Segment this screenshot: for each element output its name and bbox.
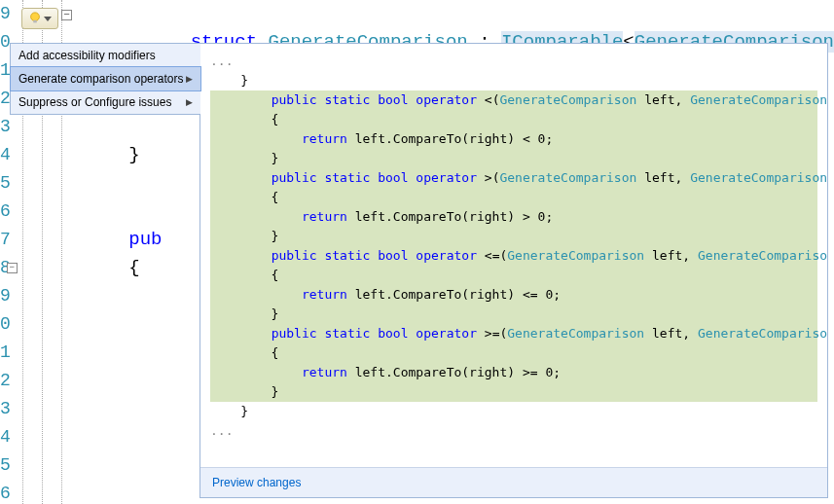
quick-action-item[interactable]: Add accessibility modifiers [11, 44, 200, 67]
line-number: 9 [0, 0, 11, 28]
quick-action-label: Add accessibility modifiers [18, 49, 156, 62]
line-number: 0 [0, 310, 11, 339]
line-number: 5 [0, 169, 11, 198]
preview-line: } [210, 402, 817, 421]
preview-line: public static bool operator >(GenerateCo… [210, 168, 817, 188]
fold-toggle-icon[interactable]: − [61, 10, 72, 20]
quick-action-label: Generate comparison operators [18, 72, 183, 86]
preview-line: public static bool operator <=(GenerateC… [210, 246, 817, 266]
chevron-down-icon [44, 17, 52, 21]
code-line: struct GenerateComparison : IComparable<… [41, 0, 834, 28]
preview-line: return left.CompareTo(right) > 0; [210, 207, 817, 227]
line-number: 9 [0, 282, 11, 310]
line-number: 4 [0, 141, 11, 169]
preview-line: { [210, 110, 817, 129]
line-number: 1 [0, 339, 11, 367]
line-number: 6 [0, 480, 11, 504]
quick-actions-button[interactable] [21, 8, 58, 29]
preview-line: { [210, 188, 817, 207]
preview-line: ... [210, 52, 817, 71]
line-number: 3 [0, 113, 11, 141]
preview-line: public static bool operator >=(GenerateC… [210, 324, 817, 343]
preview-line: } [210, 305, 817, 324]
line-number: 3 [0, 395, 11, 423]
preview-line: { [210, 266, 817, 285]
line-number: 5 [0, 451, 11, 480]
preview-line: } [210, 149, 817, 168]
svg-point-0 [31, 13, 40, 21]
fold-toggle-icon[interactable]: − [7, 263, 18, 273]
preview-line: return left.CompareTo(right) <= 0; [210, 285, 817, 305]
quick-actions-menu: Add accessibility modifiersGenerate comp… [10, 43, 200, 115]
quick-action-item[interactable]: Generate comparison operators▶ [10, 66, 201, 91]
highlighted-diff: public static bool operator <(GenerateCo… [210, 90, 817, 402]
line-number: 7 [0, 226, 11, 254]
line-number: 2 [0, 367, 11, 395]
preview-line: return left.CompareTo(right) < 0; [210, 129, 817, 149]
quick-action-label: Suppress or Configure issues [18, 95, 171, 109]
line-number: 4 [0, 423, 11, 451]
line-number: 6 [0, 198, 11, 226]
code-preview-panel: ... } public static bool operator <(Gene… [199, 43, 828, 498]
chevron-right-icon: ▶ [186, 97, 193, 107]
preview-line: { [210, 343, 817, 363]
preview-line: } [210, 227, 817, 246]
preview-line: return left.CompareTo(right) >= 0; [210, 363, 817, 382]
lightbulb-icon [28, 12, 42, 25]
preview-changes-link[interactable]: Preview changes [212, 476, 301, 489]
quick-action-item[interactable]: Suppress or Configure issues▶ [11, 90, 200, 114]
preview-line: } [210, 71, 817, 90]
preview-line: } [210, 382, 817, 402]
preview-line: ... [210, 421, 817, 441]
svg-rect-1 [33, 20, 37, 23]
preview-line: public static bool operator <(GenerateCo… [210, 90, 817, 110]
chevron-right-icon: ▶ [186, 74, 193, 84]
